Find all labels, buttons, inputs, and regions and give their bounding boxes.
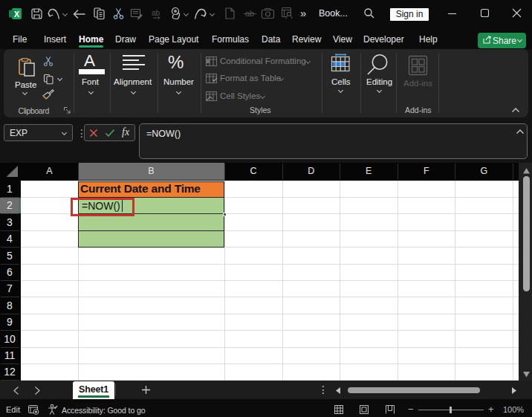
svg-text:ab: ab [152,9,160,17]
svg-text:X: X [14,10,20,19]
